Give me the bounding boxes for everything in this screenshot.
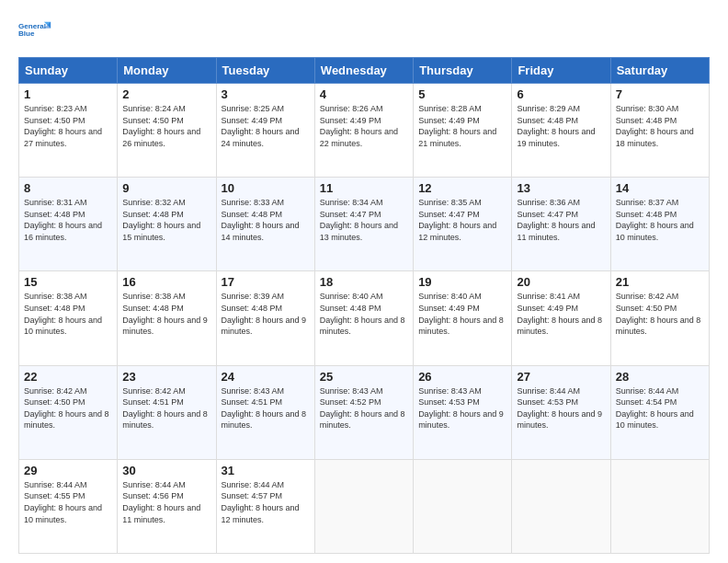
dow-header-sunday: Sunday xyxy=(19,58,118,84)
day-number: 3 xyxy=(222,87,310,101)
day-number: 4 xyxy=(320,87,408,101)
day-number: 22 xyxy=(24,370,112,384)
day-info: Sunrise: 8:40 AM Sunset: 4:48 PM Dayligh… xyxy=(320,291,408,337)
day-number: 10 xyxy=(222,181,310,195)
day-number: 16 xyxy=(122,275,210,289)
calendar-cell: 20 Sunrise: 8:41 AM Sunset: 4:49 PM Dayl… xyxy=(512,271,610,365)
calendar-cell: 8 Sunrise: 8:31 AM Sunset: 4:48 PM Dayli… xyxy=(19,178,118,271)
calendar-cell xyxy=(512,459,610,553)
calendar-cell: 13 Sunrise: 8:36 AM Sunset: 4:47 PM Dayl… xyxy=(512,178,610,271)
day-number: 14 xyxy=(616,181,704,195)
day-number: 7 xyxy=(616,87,704,101)
calendar-cell: 28 Sunrise: 8:44 AM Sunset: 4:54 PM Dayl… xyxy=(610,365,709,459)
week-row-2: 8 Sunrise: 8:31 AM Sunset: 4:48 PM Dayli… xyxy=(19,178,710,271)
day-info: Sunrise: 8:40 AM Sunset: 4:49 PM Dayligh… xyxy=(418,291,506,337)
logo: General Blue xyxy=(18,15,51,48)
day-number: 25 xyxy=(320,370,408,384)
dow-header-thursday: Thursday xyxy=(414,58,512,84)
svg-text:General: General xyxy=(18,22,46,30)
calendar-cell: 4 Sunrise: 8:26 AM Sunset: 4:49 PM Dayli… xyxy=(314,84,413,178)
day-number: 2 xyxy=(122,87,210,101)
day-number: 1 xyxy=(24,87,112,101)
dow-header-friday: Friday xyxy=(512,58,610,84)
calendar-cell: 25 Sunrise: 8:43 AM Sunset: 4:52 PM Dayl… xyxy=(314,365,413,459)
calendar-cell: 2 Sunrise: 8:24 AM Sunset: 4:50 PM Dayli… xyxy=(118,84,216,178)
day-number: 5 xyxy=(418,87,506,101)
day-number: 18 xyxy=(320,275,408,289)
day-info: Sunrise: 8:36 AM Sunset: 4:47 PM Dayligh… xyxy=(517,197,605,243)
calendar-cell: 22 Sunrise: 8:42 AM Sunset: 4:50 PM Dayl… xyxy=(19,365,118,459)
calendar-body: 1 Sunrise: 8:23 AM Sunset: 4:50 PM Dayli… xyxy=(19,84,710,554)
calendar-cell: 9 Sunrise: 8:32 AM Sunset: 4:48 PM Dayli… xyxy=(118,178,216,271)
dow-header-monday: Monday xyxy=(118,58,216,84)
calendar-cell xyxy=(610,459,709,553)
page: General Blue SundayMondayTuesdayWednesda… xyxy=(0,0,728,563)
day-info: Sunrise: 8:25 AM Sunset: 4:49 PM Dayligh… xyxy=(222,103,310,149)
calendar-cell: 23 Sunrise: 8:42 AM Sunset: 4:51 PM Dayl… xyxy=(118,365,216,459)
day-info: Sunrise: 8:44 AM Sunset: 4:56 PM Dayligh… xyxy=(122,479,210,525)
day-info: Sunrise: 8:44 AM Sunset: 4:55 PM Dayligh… xyxy=(24,479,112,525)
calendar-cell: 27 Sunrise: 8:44 AM Sunset: 4:53 PM Dayl… xyxy=(512,365,610,459)
day-number: 27 xyxy=(517,370,605,384)
calendar-cell: 7 Sunrise: 8:30 AM Sunset: 4:48 PM Dayli… xyxy=(610,84,709,178)
day-info: Sunrise: 8:44 AM Sunset: 4:53 PM Dayligh… xyxy=(517,385,605,431)
day-info: Sunrise: 8:34 AM Sunset: 4:47 PM Dayligh… xyxy=(320,197,408,243)
calendar-cell: 30 Sunrise: 8:44 AM Sunset: 4:56 PM Dayl… xyxy=(118,459,216,553)
calendar-cell: 19 Sunrise: 8:40 AM Sunset: 4:49 PM Dayl… xyxy=(414,271,512,365)
calendar-cell xyxy=(414,459,512,553)
week-row-1: 1 Sunrise: 8:23 AM Sunset: 4:50 PM Dayli… xyxy=(19,84,710,178)
day-number: 20 xyxy=(517,275,605,289)
day-info: Sunrise: 8:44 AM Sunset: 4:57 PM Dayligh… xyxy=(222,479,310,525)
week-row-4: 22 Sunrise: 8:42 AM Sunset: 4:50 PM Dayl… xyxy=(19,365,710,459)
calendar-cell: 29 Sunrise: 8:44 AM Sunset: 4:55 PM Dayl… xyxy=(19,459,118,553)
day-info: Sunrise: 8:42 AM Sunset: 4:50 PM Dayligh… xyxy=(24,385,112,431)
day-number: 28 xyxy=(616,370,704,384)
calendar-cell: 26 Sunrise: 8:43 AM Sunset: 4:53 PM Dayl… xyxy=(414,365,512,459)
week-row-3: 15 Sunrise: 8:38 AM Sunset: 4:48 PM Dayl… xyxy=(19,271,710,365)
calendar-cell: 12 Sunrise: 8:35 AM Sunset: 4:47 PM Dayl… xyxy=(414,178,512,271)
calendar-cell: 18 Sunrise: 8:40 AM Sunset: 4:48 PM Dayl… xyxy=(314,271,413,365)
day-info: Sunrise: 8:29 AM Sunset: 4:48 PM Dayligh… xyxy=(517,103,605,149)
calendar: SundayMondayTuesdayWednesdayThursdayFrid… xyxy=(18,57,710,554)
calendar-cell: 3 Sunrise: 8:25 AM Sunset: 4:49 PM Dayli… xyxy=(216,84,314,178)
dow-header-tuesday: Tuesday xyxy=(216,58,314,84)
week-row-5: 29 Sunrise: 8:44 AM Sunset: 4:55 PM Dayl… xyxy=(19,459,710,553)
day-number: 13 xyxy=(517,181,605,195)
day-number: 17 xyxy=(222,275,310,289)
day-number: 29 xyxy=(24,464,112,477)
day-number: 21 xyxy=(616,275,704,289)
day-number: 26 xyxy=(418,370,506,384)
calendar-cell: 31 Sunrise: 8:44 AM Sunset: 4:57 PM Dayl… xyxy=(216,459,314,553)
calendar-cell: 24 Sunrise: 8:43 AM Sunset: 4:51 PM Dayl… xyxy=(216,365,314,459)
calendar-cell xyxy=(314,459,413,553)
calendar-cell: 14 Sunrise: 8:37 AM Sunset: 4:48 PM Dayl… xyxy=(610,178,709,271)
day-info: Sunrise: 8:42 AM Sunset: 4:50 PM Dayligh… xyxy=(616,291,704,337)
calendar-cell: 5 Sunrise: 8:28 AM Sunset: 4:49 PM Dayli… xyxy=(414,84,512,178)
day-number: 6 xyxy=(517,87,605,101)
calendar-cell: 15 Sunrise: 8:38 AM Sunset: 4:48 PM Dayl… xyxy=(19,271,118,365)
day-number: 8 xyxy=(24,181,112,195)
calendar-cell: 17 Sunrise: 8:39 AM Sunset: 4:48 PM Dayl… xyxy=(216,271,314,365)
calendar-cell: 6 Sunrise: 8:29 AM Sunset: 4:48 PM Dayli… xyxy=(512,84,610,178)
day-header-row: SundayMondayTuesdayWednesdayThursdayFrid… xyxy=(19,58,710,84)
calendar-cell: 10 Sunrise: 8:33 AM Sunset: 4:48 PM Dayl… xyxy=(216,178,314,271)
day-info: Sunrise: 8:35 AM Sunset: 4:47 PM Dayligh… xyxy=(418,197,506,243)
day-info: Sunrise: 8:43 AM Sunset: 4:51 PM Dayligh… xyxy=(222,385,310,431)
day-number: 23 xyxy=(122,370,210,384)
day-info: Sunrise: 8:43 AM Sunset: 4:52 PM Dayligh… xyxy=(320,385,408,431)
dow-header-wednesday: Wednesday xyxy=(314,58,413,84)
day-number: 19 xyxy=(418,275,506,289)
day-info: Sunrise: 8:43 AM Sunset: 4:53 PM Dayligh… xyxy=(418,385,506,431)
day-number: 30 xyxy=(122,464,210,477)
day-info: Sunrise: 8:42 AM Sunset: 4:51 PM Dayligh… xyxy=(122,385,210,431)
header: General Blue xyxy=(18,15,710,48)
day-info: Sunrise: 8:24 AM Sunset: 4:50 PM Dayligh… xyxy=(122,103,210,149)
day-info: Sunrise: 8:37 AM Sunset: 4:48 PM Dayligh… xyxy=(616,197,704,243)
day-number: 24 xyxy=(222,370,310,384)
day-number: 9 xyxy=(122,181,210,195)
day-info: Sunrise: 8:30 AM Sunset: 4:48 PM Dayligh… xyxy=(616,103,704,149)
calendar-cell: 1 Sunrise: 8:23 AM Sunset: 4:50 PM Dayli… xyxy=(19,84,118,178)
day-info: Sunrise: 8:38 AM Sunset: 4:48 PM Dayligh… xyxy=(122,291,210,337)
day-info: Sunrise: 8:41 AM Sunset: 4:49 PM Dayligh… xyxy=(517,291,605,337)
day-info: Sunrise: 8:26 AM Sunset: 4:49 PM Dayligh… xyxy=(320,103,408,149)
